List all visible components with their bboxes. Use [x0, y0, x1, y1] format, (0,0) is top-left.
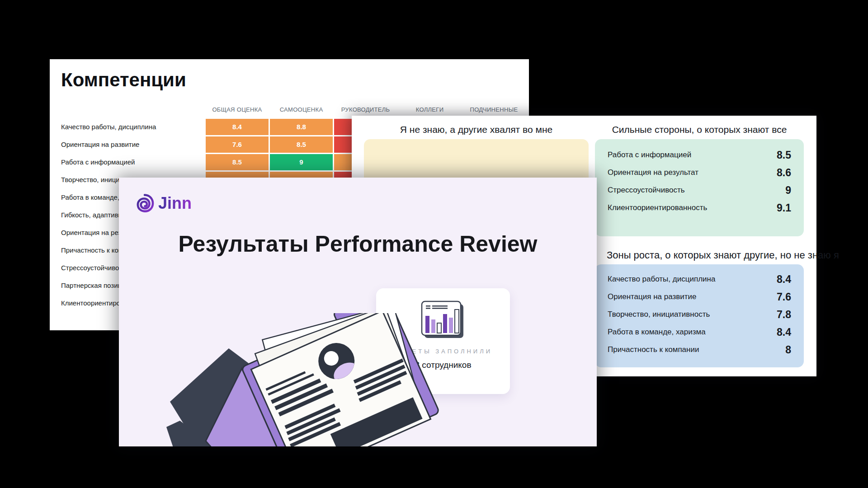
score-row: Ориентация на результат8.6 — [608, 167, 791, 178]
score-cell: 8.5 — [270, 136, 333, 153]
competency-label: Ориентация на развитие — [61, 136, 139, 153]
score-label: Творчество, инициативность — [608, 310, 710, 319]
spiral-swirl-icon — [135, 194, 154, 213]
score-value: 8.4 — [777, 326, 791, 338]
column-header: РУКОВОДИТЕЛЬ — [334, 106, 397, 113]
score-row: Клиентоориентированность9.1 — [608, 202, 791, 214]
score-row: Работа в команде, харизма8.4 — [608, 326, 791, 338]
score-row: Ориентация на развитие7.6 — [608, 291, 791, 303]
column-header: ОБЩАЯ ОЦЕНКА — [206, 106, 269, 113]
brand-logo: Jinn — [135, 194, 192, 213]
score-value: 7.6 — [777, 291, 791, 303]
score-value: 9 — [785, 184, 791, 197]
score-row: Работа с информацией8.5 — [608, 149, 791, 161]
score-cell: 8.5 — [206, 154, 269, 170]
slide-title-heading: Компетенции — [61, 69, 186, 91]
presentation-title: Результаты Performance Review — [119, 231, 597, 257]
open-folder-documents-illustration — [162, 313, 469, 446]
score-row: Качество работы, дисциплина8.4 — [608, 273, 791, 285]
growth-list: Качество работы, дисциплина8.4Ориентация… — [595, 264, 804, 367]
score-cell: 8.4 — [206, 119, 269, 135]
brand-name: Jinn — [158, 194, 192, 213]
score-label: Ориентация на результат — [608, 168, 698, 177]
score-value: 8 — [785, 344, 791, 356]
score-cell: 8.8 — [270, 119, 333, 135]
score-value: 9.1 — [777, 202, 791, 214]
score-label: Клиентоориентированность — [608, 203, 707, 212]
column-header: ПОДЧИНЕННЫЕ — [462, 106, 525, 113]
score-label: Работа в команде, харизма — [608, 328, 706, 337]
strengths-list: Работа с информацией8.5Ориентация на рез… — [595, 139, 804, 236]
score-value: 8.6 — [777, 167, 791, 179]
score-cell: 7.6 — [206, 136, 269, 153]
score-label: Качество работы, дисциплина — [608, 275, 715, 284]
score-value: 7.8 — [777, 309, 791, 321]
page-background: { "slide_competencies": { "title": "Комп… — [0, 0, 868, 488]
score-row: Причастность к компании8 — [608, 344, 791, 356]
score-label: Стрессоустойчивость — [608, 186, 685, 195]
column-header: КОЛЛЕГИ — [398, 106, 461, 113]
score-cell: 9 — [270, 154, 333, 170]
blind-spot-title: Я не знаю, а другие хвалят во мне — [364, 123, 589, 136]
column-header: САМООЦЕНКА — [270, 106, 333, 113]
score-value: 8.4 — [777, 273, 791, 286]
score-row: Творчество, инициативность7.8 — [608, 309, 791, 320]
growth-title: Зоны роста, о которых знают другие, но н… — [607, 249, 839, 261]
competency-label: Качество работы, дисциплина — [61, 119, 156, 135]
competency-label: Работа с информацией — [61, 154, 135, 170]
score-label: Работа с информацией — [608, 150, 691, 160]
slide-title-cover: Jinn Результаты Performance Review АНКЕТ… — [119, 178, 597, 446]
score-row: Стрессоустойчивость9 — [608, 184, 791, 196]
score-value: 8.5 — [777, 149, 791, 161]
score-label: Ориентация на развитие — [608, 292, 697, 301]
strengths-title: Сильные стороны, о которых знают все — [595, 123, 804, 136]
score-label: Причастность к компании — [608, 345, 699, 354]
